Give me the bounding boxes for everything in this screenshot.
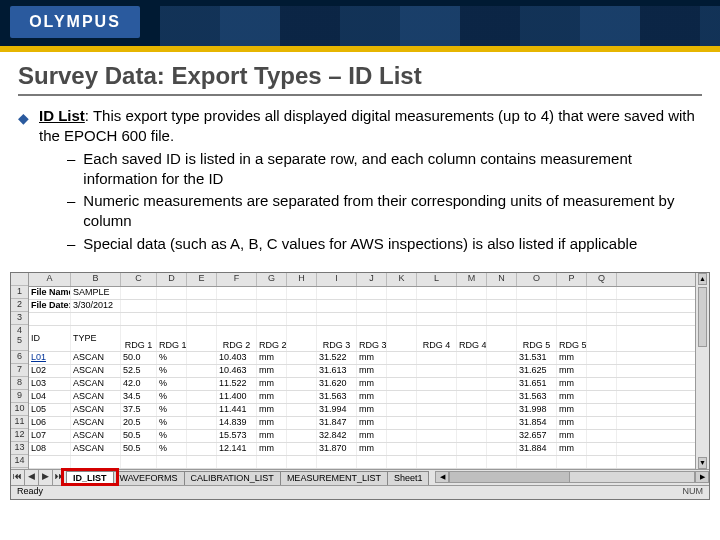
cell[interactable]: [457, 391, 487, 403]
cell[interactable]: 50.5: [121, 443, 157, 455]
cell[interactable]: [287, 456, 317, 468]
cell[interactable]: L08: [29, 443, 71, 455]
cell[interactable]: 31.522: [317, 352, 357, 364]
cell[interactable]: ASCAN: [71, 417, 121, 429]
cell[interactable]: mm: [257, 391, 287, 403]
cell[interactable]: [287, 352, 317, 364]
cell[interactable]: 3/30/2012: [71, 300, 121, 312]
tab-nav-first-icon[interactable]: ⏮: [11, 470, 25, 485]
cell[interactable]: 12.141: [217, 443, 257, 455]
cell[interactable]: mm: [357, 352, 387, 364]
row-header[interactable]: 11: [11, 416, 28, 429]
cell[interactable]: 15.573: [217, 430, 257, 442]
cell[interactable]: [257, 456, 287, 468]
cell[interactable]: [487, 456, 517, 468]
cell[interactable]: 10.463: [217, 365, 257, 377]
cell[interactable]: [457, 456, 487, 468]
col-header[interactable]: C: [121, 273, 157, 286]
col-header[interactable]: L: [417, 273, 457, 286]
cell[interactable]: ASCAN: [71, 430, 121, 442]
col-header[interactable]: F: [217, 273, 257, 286]
corner-cell[interactable]: [11, 273, 28, 286]
cell[interactable]: [187, 430, 217, 442]
col-header[interactable]: A: [29, 273, 71, 286]
cell[interactable]: [587, 456, 617, 468]
cell[interactable]: 31.531: [517, 352, 557, 364]
row-header[interactable]: 10: [11, 403, 28, 416]
cell[interactable]: 31.998: [517, 404, 557, 416]
cell[interactable]: [287, 365, 317, 377]
cell[interactable]: [417, 365, 457, 377]
cell[interactable]: [487, 391, 517, 403]
cell[interactable]: 31.613: [317, 365, 357, 377]
cell[interactable]: [487, 352, 517, 364]
tab-nav-next-icon[interactable]: ▶: [39, 470, 53, 485]
col-header[interactable]: E: [187, 273, 217, 286]
row-header[interactable]: 1: [11, 286, 28, 299]
cell[interactable]: 31.854: [517, 417, 557, 429]
cell[interactable]: 10.403: [217, 352, 257, 364]
cell[interactable]: [487, 378, 517, 390]
col-header[interactable]: G: [257, 273, 287, 286]
cell[interactable]: [387, 378, 417, 390]
cell[interactable]: mm: [357, 378, 387, 390]
cell[interactable]: mm: [257, 378, 287, 390]
cell[interactable]: [417, 404, 457, 416]
cell[interactable]: [587, 443, 617, 455]
cell[interactable]: 50.5: [121, 430, 157, 442]
cell[interactable]: mm: [357, 365, 387, 377]
cell[interactable]: [71, 456, 121, 468]
cell[interactable]: [287, 378, 317, 390]
cell[interactable]: [417, 352, 457, 364]
row-header[interactable]: 13: [11, 442, 28, 455]
cell[interactable]: [417, 456, 457, 468]
cell[interactable]: 31.563: [517, 391, 557, 403]
cell[interactable]: L07: [29, 430, 71, 442]
tab-nav-prev-icon[interactable]: ◀: [25, 470, 39, 485]
cell[interactable]: [387, 456, 417, 468]
cell[interactable]: [387, 352, 417, 364]
cell[interactable]: 14.839: [217, 417, 257, 429]
cell[interactable]: 31.884: [517, 443, 557, 455]
cell[interactable]: [417, 430, 457, 442]
cell[interactable]: L03: [29, 378, 71, 390]
cell[interactable]: %: [157, 365, 187, 377]
cell[interactable]: 20.5: [121, 417, 157, 429]
cell[interactable]: %: [157, 404, 187, 416]
cell[interactable]: [121, 456, 157, 468]
cell[interactable]: [187, 417, 217, 429]
cell[interactable]: [517, 456, 557, 468]
cell[interactable]: 11.441: [217, 404, 257, 416]
cell[interactable]: mm: [557, 391, 587, 403]
cell[interactable]: mm: [357, 443, 387, 455]
cell[interactable]: mm: [357, 404, 387, 416]
cell[interactable]: mm: [557, 378, 587, 390]
cell[interactable]: [187, 365, 217, 377]
horizontal-scrollbar[interactable]: ◀ ▶: [435, 470, 709, 485]
col-header[interactable]: B: [71, 273, 121, 286]
scroll-thumb[interactable]: [450, 472, 570, 482]
scroll-thumb[interactable]: [698, 287, 707, 347]
cell[interactable]: [457, 443, 487, 455]
cell[interactable]: mm: [557, 352, 587, 364]
cell[interactable]: %: [157, 352, 187, 364]
cell[interactable]: ASCAN: [71, 378, 121, 390]
row-header[interactable]: 8: [11, 377, 28, 390]
cell[interactable]: 31.870: [317, 443, 357, 455]
cell[interactable]: mm: [357, 417, 387, 429]
col-header[interactable]: D: [157, 273, 187, 286]
col-header[interactable]: O: [517, 273, 557, 286]
cell[interactable]: 11.522: [217, 378, 257, 390]
row-header[interactable]: 2: [11, 299, 28, 312]
cell[interactable]: mm: [357, 430, 387, 442]
cell[interactable]: L02: [29, 365, 71, 377]
cell[interactable]: [587, 404, 617, 416]
cell[interactable]: L05: [29, 404, 71, 416]
cell[interactable]: ASCAN: [71, 404, 121, 416]
cell[interactable]: 31.994: [317, 404, 357, 416]
cell[interactable]: [587, 378, 617, 390]
col-header[interactable]: J: [357, 273, 387, 286]
col-header[interactable]: N: [487, 273, 517, 286]
scroll-left-icon[interactable]: ◀: [435, 471, 449, 483]
cell[interactable]: [187, 391, 217, 403]
